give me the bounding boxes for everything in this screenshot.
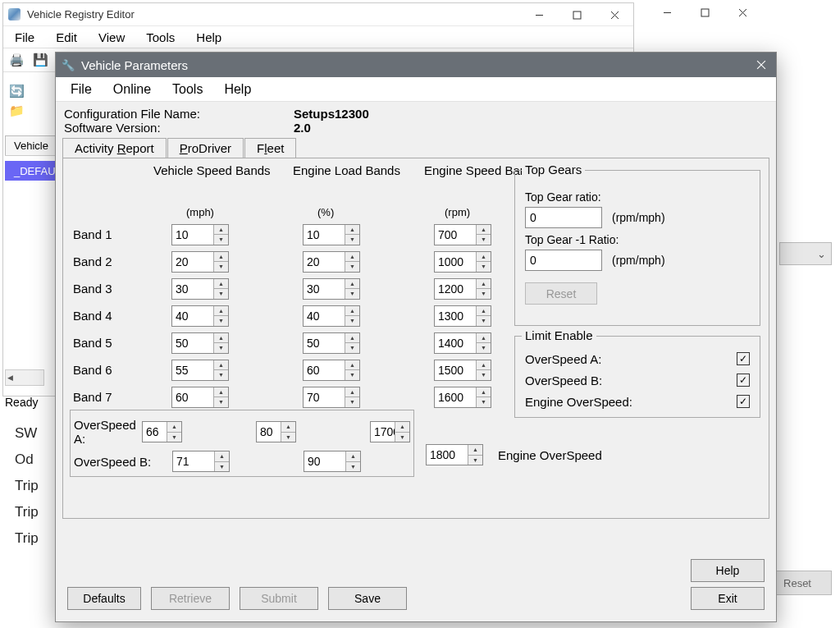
- bg-dropdown[interactable]: ⌄: [779, 242, 832, 265]
- engine-overspeed-label: Engine OverSpeed: [498, 448, 602, 462]
- overspeed-b-input[interactable]: ▲▼: [172, 451, 230, 472]
- menu-file[interactable]: File: [15, 30, 34, 44]
- app-icon: [8, 8, 21, 21]
- band-grid: Band 1▲▼▲▼▲▼Band 2▲▼▲▼▲▼Band 3▲▼▲▼▲▼Band…: [73, 221, 491, 410]
- band-label: Band 5: [73, 336, 171, 350]
- retrieve-button[interactable]: Retrieve: [151, 587, 230, 610]
- config-name-label: Configuration File Name:: [64, 107, 294, 121]
- limit-overspeed-b-checkbox[interactable]: ✓: [737, 374, 750, 387]
- top-gears-title: Top Gears: [522, 163, 585, 176]
- rpm-band-2-input[interactable]: ▲▼: [434, 251, 491, 273]
- dialog-menu-tools[interactable]: Tools: [172, 82, 203, 97]
- limit-engine-overspeed-checkbox[interactable]: ✓: [737, 395, 750, 408]
- horizontal-scrollbar[interactable]: [5, 369, 44, 386]
- unit-rpm: (rpm): [445, 206, 470, 218]
- band-label: Band 3: [73, 282, 171, 296]
- speed-band-4-input[interactable]: ▲▼: [171, 305, 229, 327]
- main-maximize-button[interactable]: [558, 3, 596, 26]
- top-gear-m1-unit: (rpm/mph): [612, 254, 665, 267]
- speed-band-7-input[interactable]: ▲▼: [171, 387, 229, 408]
- rpm-band-3-input[interactable]: ▲▼: [434, 278, 491, 300]
- tab-activity-report[interactable]: Activity Report: [62, 138, 167, 158]
- folder-icon[interactable]: 📁: [7, 101, 26, 121]
- dialog-tabstrip: Activity Report ProDriver Fleet: [56, 138, 776, 158]
- software-version-label: Software Version:: [64, 121, 294, 135]
- band-label: Band 4: [73, 309, 171, 323]
- overspeed-a-input[interactable]: ▲▼: [142, 421, 182, 442]
- svg-rect-1: [701, 9, 709, 16]
- wrench-icon: 🔧: [62, 59, 74, 71]
- dialog-footer: Defaults Retrieve Submit Save Help Exit: [67, 559, 765, 610]
- speed-band-2-input[interactable]: ▲▼: [171, 251, 229, 273]
- rpm-band-7-input[interactable]: ▲▼: [434, 387, 491, 408]
- dialog-titlebar[interactable]: 🔧 Vehicle Parameters: [56, 53, 776, 77]
- speed-band-1-input[interactable]: ▲▼: [171, 224, 229, 245]
- dialog-menu-online[interactable]: Online: [113, 82, 151, 97]
- menu-edit[interactable]: Edit: [56, 30, 77, 44]
- load-9-input[interactable]: ▲▼: [304, 451, 361, 472]
- rpm-8-input[interactable]: ▲▼: [370, 421, 410, 442]
- overspeed-b-label: OverSpeed B:: [74, 455, 172, 469]
- save-icon[interactable]: 💾: [30, 50, 50, 70]
- bg2-minimize-button[interactable]: [648, 0, 686, 25]
- main-close-button[interactable]: [596, 3, 633, 26]
- menu-tools[interactable]: Tools: [146, 30, 175, 44]
- rpm-band-1-input[interactable]: ▲▼: [434, 224, 491, 245]
- main-titlebar: Vehicle Registry Editor: [3, 3, 633, 26]
- limit-overspeed-b-label: OverSpeed B:: [525, 374, 602, 387]
- bg-tab-vehicle[interactable]: Vehicle: [5, 135, 57, 155]
- tab-fleet[interactable]: Fleet: [244, 138, 296, 158]
- load-band-1-input[interactable]: ▲▼: [303, 224, 360, 245]
- rpm-band-5-input[interactable]: ▲▼: [434, 332, 491, 354]
- limit-overspeed-a-checkbox[interactable]: ✓: [737, 352, 750, 365]
- limit-engine-overspeed-label: Engine OverSpeed:: [525, 395, 632, 409]
- rpm-band-6-input[interactable]: ▲▼: [434, 360, 491, 381]
- engine-overspeed-input[interactable]: ▲▼: [426, 444, 483, 465]
- tab-prodriver[interactable]: ProDriver: [167, 138, 244, 158]
- dialog-close-button[interactable]: [746, 53, 776, 77]
- engine-overspeed-row: ▲▼ Engine OverSpeed: [426, 444, 602, 465]
- activity-report-panel: Vehicle Speed Bands Engine Load Bands En…: [62, 158, 769, 519]
- bg2-close-button[interactable]: [724, 0, 761, 25]
- rpm-band-4-input[interactable]: ▲▼: [434, 305, 491, 327]
- menu-help[interactable]: Help: [196, 30, 221, 44]
- main-menubar: File Edit View Tools Help: [3, 26, 633, 48]
- main-window-title: Vehicle Registry Editor: [27, 8, 520, 21]
- save-button[interactable]: Save: [328, 587, 407, 610]
- defaults-button[interactable]: Defaults: [67, 587, 141, 610]
- top-gears-reset-button[interactable]: Reset: [525, 282, 597, 305]
- load-8-input[interactable]: ▲▼: [256, 421, 296, 442]
- top-gear-m1-input[interactable]: [525, 250, 602, 271]
- speed-band-3-input[interactable]: ▲▼: [171, 278, 229, 300]
- speed-band-6-input[interactable]: ▲▼: [171, 360, 229, 381]
- top-gear-ratio-input[interactable]: [525, 207, 602, 228]
- menu-view[interactable]: View: [98, 30, 125, 44]
- print-icon[interactable]: 🖨️: [7, 50, 26, 70]
- unit-mph: (mph): [186, 206, 317, 218]
- exit-button[interactable]: Exit: [691, 587, 765, 610]
- limit-enable-group: Limit Enable OverSpeed A:✓ OverSpeed B:✓…: [514, 336, 760, 418]
- bg-label-trip1: Trip: [15, 473, 39, 499]
- toolbar-row2: 🔄 📁: [7, 81, 26, 121]
- bg-label-sw: SW: [15, 420, 39, 447]
- dialog-menu-file[interactable]: File: [71, 82, 92, 97]
- load-band-4-input[interactable]: ▲▼: [303, 305, 360, 327]
- dialog-title: Vehicle Parameters: [81, 58, 746, 72]
- col-vehicle-speed: Vehicle Speed Bands: [153, 163, 293, 177]
- load-band-5-input[interactable]: ▲▼: [303, 332, 360, 354]
- load-band-2-input[interactable]: ▲▼: [303, 251, 360, 273]
- main-minimize-button[interactable]: [520, 3, 558, 26]
- bg2-maximize-button[interactable]: [686, 0, 724, 25]
- submit-button[interactable]: Submit: [240, 587, 318, 610]
- band-label: Band 6: [73, 363, 171, 377]
- top-gear-m1-label: Top Gear -1 Ratio:: [525, 233, 750, 246]
- speed-band-5-input[interactable]: ▲▼: [171, 332, 229, 354]
- help-button[interactable]: Help: [691, 559, 765, 582]
- overspeed-group: OverSpeed A: ▲▼ ▲▼ ▲▼ OverSpeed B: ▲▼ ▲▼: [70, 410, 414, 477]
- load-band-3-input[interactable]: ▲▼: [303, 278, 360, 300]
- dialog-menu-help[interactable]: Help: [224, 82, 251, 97]
- load-band-7-input[interactable]: ▲▼: [303, 387, 360, 408]
- svg-rect-5: [573, 11, 581, 19]
- load-band-6-input[interactable]: ▲▼: [303, 360, 360, 381]
- refresh-icon[interactable]: 🔄: [7, 81, 26, 101]
